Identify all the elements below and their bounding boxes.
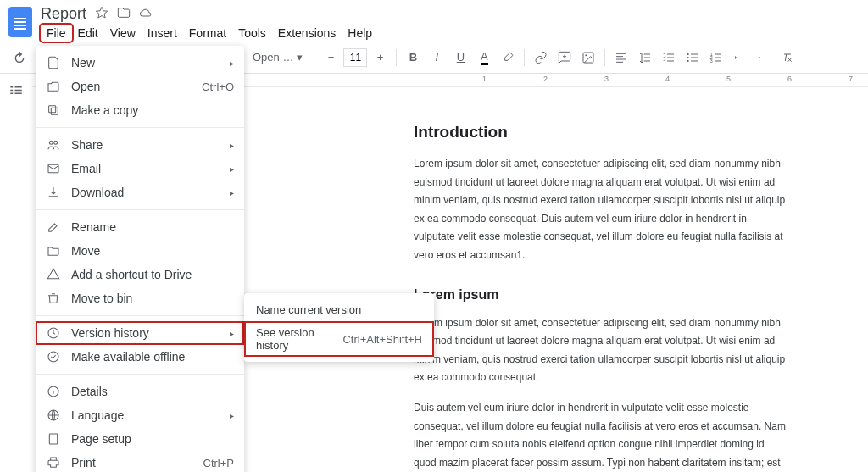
menu-item-new[interactable]: New ▸ [36,51,244,75]
offline-icon [46,349,61,364]
increase-indent-button[interactable] [753,47,775,69]
share-icon [46,137,61,153]
document-icon [46,55,61,70]
svg-point-4 [687,60,689,62]
menu-item-move-bin[interactable]: Move to bin [36,286,244,310]
paragraph-3: Duis autem vel eum iriure dolor in hendr… [414,399,787,469]
menu-item-open[interactable]: Open Ctrl+O [36,75,244,98]
undo-area [8,47,31,69]
cloud-status-icon[interactable] [139,6,153,22]
separator [314,49,314,66]
chevron-right-icon: ▸ [230,164,234,174]
svg-rect-17 [49,434,57,444]
svg-rect-8 [51,108,58,114]
title-icons [95,6,153,22]
drive-shortcut-icon [46,267,61,282]
chevron-right-icon: ▸ [230,411,234,420]
svg-point-10 [49,141,53,144]
paragraph-2: Lorem ipsum dolor sit amet, consectetuer… [414,314,787,387]
document-title[interactable]: Report [41,5,86,23]
undo-button[interactable] [8,47,31,69]
menu-view[interactable]: View [104,25,142,42]
submenu-name-current[interactable]: Name current version [244,298,434,321]
chevron-right-icon: ▸ [230,329,234,338]
menu-item-version-history[interactable]: Version history ▸ [36,321,244,345]
bold-button[interactable]: B [402,47,424,69]
numbered-list-button[interactable]: 123 [705,47,727,69]
separator [524,49,525,66]
increase-font-button[interactable]: + [369,47,391,69]
chevron-down-icon: ▾ [297,51,303,64]
font-size-input[interactable] [343,48,367,67]
svg-point-3 [687,57,689,58]
menu-item-email[interactable]: Email ▸ [36,157,244,180]
menubar: File Edit View Insert Format Tools Exten… [41,25,378,42]
menu-item-language[interactable]: Language ▸ [36,403,244,427]
heading-introduction: Introduction [414,123,787,142]
align-button[interactable] [610,47,632,69]
separator [604,49,605,66]
menu-divider [36,127,244,128]
menu-item-download[interactable]: Download ▸ [36,180,244,204]
email-icon [46,161,61,176]
menu-tools[interactable]: Tools [232,25,272,42]
outline-toggle-icon[interactable] [5,81,27,103]
menu-help[interactable]: Help [342,25,378,42]
download-icon [46,185,61,200]
menu-item-move[interactable]: Move [36,239,244,263]
submenu-see-history[interactable]: See version history Ctrl+Alt+Shift+H [244,321,434,357]
move-folder-icon[interactable] [117,6,131,22]
menu-divider [36,315,244,316]
italic-button[interactable]: I [426,47,448,69]
chevron-right-icon: ▸ [230,188,234,197]
insert-link-button[interactable] [530,47,552,69]
menu-item-details[interactable]: Details [36,380,244,403]
menu-item-make-copy[interactable]: Make a copy [36,98,244,122]
add-comment-button[interactable] [554,47,576,69]
menu-insert[interactable]: Insert [142,25,183,42]
underline-button[interactable]: U [449,47,471,69]
title-row: Report [41,5,378,23]
menu-item-rename[interactable]: Rename [36,215,244,239]
move-icon [46,243,61,258]
star-icon[interactable] [95,6,108,22]
menu-item-add-shortcut[interactable]: Add a shortcut to Drive [36,263,244,286]
bulleted-list-button[interactable] [682,47,704,69]
page-setup-icon [46,431,61,447]
font-size-box: − + [320,47,391,69]
checklist-button[interactable] [658,47,680,69]
insert-image-button[interactable] [577,47,599,69]
font-family-label: Open … [253,51,293,64]
font-family-dropdown[interactable]: Open … ▾ [247,47,309,69]
menu-item-page-setup[interactable]: Page setup [36,427,244,451]
title-area: Report File Edit View Insert Format Tool… [41,5,378,42]
decrease-indent-button[interactable] [729,47,751,69]
folder-open-icon [46,79,61,94]
text-color-button[interactable]: A [473,47,495,69]
menu-divider [36,209,244,210]
menu-edit[interactable]: Edit [72,25,104,42]
svg-rect-9 [49,106,56,113]
menu-item-print[interactable]: Print Ctrl+P [36,451,244,472]
trash-icon [46,291,61,306]
header: Report File Edit View Insert Format Tool… [0,0,868,42]
menu-format[interactable]: Format [183,25,232,42]
document-page[interactable]: Introduction Lorem ipsum dolor sit amet,… [363,97,837,469]
line-spacing-button[interactable] [634,47,656,69]
chevron-right-icon: ▸ [230,141,234,150]
clear-formatting-button[interactable] [776,47,798,69]
print-icon [46,455,61,470]
menu-extensions[interactable]: Extensions [272,25,342,42]
menu-item-offline[interactable]: Make available offline [36,345,244,369]
file-menu-dropdown: New ▸ Open Ctrl+O Make a copy Share ▸ Em… [36,46,244,472]
decrease-font-button[interactable]: − [320,47,342,69]
heading-lorem: Lorem ipsum [414,287,787,303]
rename-icon [46,219,61,235]
highlight-button[interactable] [497,47,519,69]
menu-file[interactable]: File [41,25,72,42]
menu-item-share[interactable]: Share ▸ [36,133,244,157]
docs-logo-icon[interactable] [8,7,32,37]
globe-icon [46,408,61,423]
info-icon [46,384,61,399]
version-history-submenu: Name current version See version history… [244,293,434,362]
